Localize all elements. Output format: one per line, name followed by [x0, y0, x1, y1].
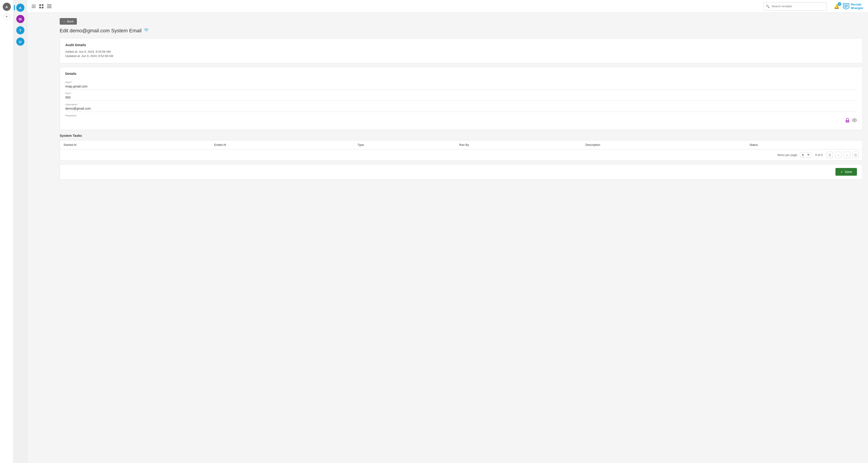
col-description: Description: [582, 141, 746, 149]
sidebar-group-item[interactable]: A: [16, 4, 24, 12]
tasks-table: Started At Ended At Type Ran By Descript…: [60, 141, 862, 149]
system-tasks-section: System Tasks Started At Ended At Type Ra…: [60, 134, 863, 160]
sidebar-group-item[interactable]: M: [16, 15, 24, 23]
add-button[interactable]: +: [4, 13, 10, 20]
sidebar-groups: AMTU: [13, 0, 27, 463]
host-field: Host*: [65, 79, 857, 90]
system-tasks-title: System Tasks: [60, 134, 863, 137]
svg-point-16: [847, 121, 848, 122]
svg-rect-0: [32, 5, 36, 5]
wifi-icon: [144, 29, 149, 33]
list-icon[interactable]: [47, 4, 52, 8]
search-input[interactable]: [772, 4, 824, 8]
lock-icon[interactable]: [845, 118, 850, 124]
host-input[interactable]: [65, 85, 857, 88]
back-button[interactable]: ← Back: [60, 18, 77, 25]
first-page-button[interactable]: ⟨⟨: [827, 152, 833, 158]
password-input[interactable]: [65, 119, 845, 123]
next-page-button[interactable]: ›: [844, 152, 850, 158]
audit-details-card: Audit Details Added at: Jun 9, 2024, 8:3…: [60, 38, 863, 63]
username-label: Username*: [65, 103, 857, 106]
last-page-button[interactable]: ⟩⟩: [852, 152, 859, 158]
password-field: Password: [65, 112, 857, 125]
col-type: Type: [354, 141, 456, 149]
svg-rect-1: [32, 6, 36, 6]
sidebar-group-item[interactable]: U: [16, 37, 24, 46]
audit-section-title: Audit Details: [65, 43, 857, 47]
username-field: Username*: [65, 101, 857, 112]
host-label: Host*: [65, 81, 857, 84]
grid-icon[interactable]: [39, 4, 43, 8]
search-bar[interactable]: 🔍: [763, 2, 827, 10]
svg-rect-8: [47, 6, 52, 6]
port-label: Port*: [65, 92, 857, 95]
menu-icon[interactable]: [32, 5, 36, 8]
svg-rect-3: [39, 4, 41, 6]
col-started-at: Started At: [60, 141, 211, 149]
password-label: Password: [65, 114, 857, 117]
audit-added-at: Added at: Jun 9, 2024, 8:33:56 AM: [65, 50, 857, 53]
topbar: 🔍 🔔 16 Receipt Wrangler: [27, 0, 868, 13]
svg-rect-6: [42, 7, 43, 8]
page-count: 0 of 0: [815, 153, 823, 157]
svg-rect-5: [39, 7, 41, 8]
port-input[interactable]: [65, 96, 857, 99]
details-section-title: Details: [65, 72, 857, 75]
check-icon: ✓: [840, 170, 843, 174]
items-per-page-label: Items per page:: [777, 153, 798, 157]
username-input[interactable]: [65, 107, 857, 110]
details-card: Details Host* Port* Username* Password: [60, 67, 863, 130]
main-content: ← Back Edit demo@gmail.com System Email …: [54, 13, 868, 463]
svg-point-17: [854, 120, 855, 121]
page-title: Edit demo@gmail.com System Email: [60, 28, 863, 34]
eye-icon[interactable]: [852, 119, 857, 123]
notification-bell[interactable]: 🔔 16: [834, 4, 839, 9]
col-ran-by: Ran By: [456, 141, 582, 149]
col-ended-at: Ended At: [211, 141, 354, 149]
svg-rect-9: [47, 7, 52, 8]
logo-avatar[interactable]: A: [3, 3, 11, 11]
notification-badge: 16: [838, 2, 841, 6]
brand-logo[interactable]: Receipt Wrangler: [843, 3, 864, 10]
svg-rect-7: [47, 4, 52, 5]
sidebar-group-item[interactable]: T: [16, 26, 24, 34]
port-field: Port*: [65, 90, 857, 101]
col-status: Status: [746, 141, 862, 149]
footer-card: ✓ Save: [60, 164, 863, 180]
pagination-row: Items per page: 5 10 25 50 0 of 0 ⟨⟨ ‹ ›…: [60, 149, 862, 160]
brand-name: Receipt Wrangler: [851, 3, 864, 10]
sidebar-thin: A +: [0, 0, 13, 463]
brand-icon: [843, 3, 849, 10]
svg-rect-4: [42, 4, 43, 6]
svg-rect-2: [32, 7, 36, 8]
prev-page-button[interactable]: ‹: [835, 152, 842, 158]
back-arrow-icon: ←: [63, 20, 66, 23]
audit-updated-at: Updated at: Jun 9, 2024, 8:52:08 AM: [65, 54, 857, 58]
tasks-card: Started At Ended At Type Ran By Descript…: [60, 140, 863, 160]
search-icon: 🔍: [766, 4, 770, 8]
items-per-page-select[interactable]: 5 10 25 50: [800, 152, 811, 158]
save-button[interactable]: ✓ Save: [835, 168, 857, 176]
